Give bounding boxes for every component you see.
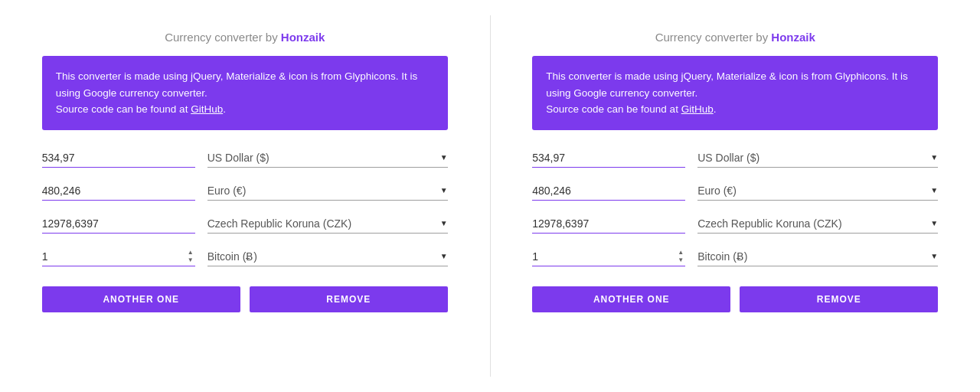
remove-button-right[interactable]: REMOVE: [740, 286, 938, 312]
currency-eur-label-left: Euro (€): [207, 185, 437, 197]
info-line1-left: This converter is made using jQuery, Mat…: [56, 68, 434, 101]
spinner-down-btc-left[interactable]: ▼: [186, 256, 195, 264]
currency-czk-label-right: Czech Republic Koruna (CZK): [697, 217, 927, 230]
amount-usd-wrap-right: [532, 149, 685, 168]
amount-eur-left[interactable]: [42, 181, 195, 201]
amount-btc-right[interactable]: [532, 247, 673, 266]
dropdown-arrow-usd-left: ▼: [440, 153, 448, 162]
currency-czk-right[interactable]: Czech Republic Koruna (CZK) ▼: [697, 214, 938, 234]
dropdown-arrow-czk-right: ▼: [930, 219, 938, 227]
currency-czk-left[interactable]: Czech Republic Koruna (CZK) ▼: [207, 214, 448, 234]
spinner-up-btc-left[interactable]: ▲: [186, 249, 195, 256]
amount-czk-left[interactable]: [42, 214, 195, 234]
remove-button-left[interactable]: REMOVE: [250, 286, 448, 312]
currency-czk-label-left: Czech Republic Koruna (CZK): [207, 217, 437, 230]
amount-btc-left[interactable]: [42, 247, 183, 266]
spinner-btc-right: ▲ ▼: [676, 249, 685, 264]
spinner-down-btc-right[interactable]: ▼: [676, 256, 685, 264]
brand-right: Honzaik: [771, 31, 815, 44]
currency-usd-label-right: US Dollar ($): [697, 152, 927, 164]
header-right: Currency converter by Honzaik: [514, 31, 958, 44]
row-usd-right: US Dollar ($) ▼: [532, 149, 938, 168]
header-prefix-left: Currency converter by: [165, 31, 281, 44]
amount-eur-wrap-right: [532, 181, 685, 201]
converter-panel-left: Currency converter by Honzaik This conve…: [0, 15, 490, 377]
info-box-left: This converter is made using jQuery, Mat…: [42, 56, 448, 130]
header-left: Currency converter by Honzaik: [23, 31, 467, 44]
currency-btc-right[interactable]: Bitcoin (Ƀ) ▼: [697, 247, 938, 266]
another-one-button-right[interactable]: ANOTHER ONE: [532, 286, 730, 312]
brand-left: Honzaik: [281, 31, 325, 44]
another-one-button-left[interactable]: ANOTHER ONE: [42, 286, 240, 312]
amount-eur-right[interactable]: [532, 181, 685, 201]
amount-usd-right[interactable]: [532, 149, 685, 168]
amount-usd-wrap-left: [42, 149, 195, 168]
currency-eur-label-right: Euro (€): [697, 185, 927, 197]
dropdown-arrow-btc-right: ▼: [930, 252, 938, 260]
currency-usd-label-left: US Dollar ($): [207, 152, 437, 164]
amount-eur-wrap-left: [42, 181, 195, 201]
buttons-right: ANOTHER ONE REMOVE: [532, 286, 938, 312]
github-link-left[interactable]: GitHub: [191, 103, 223, 115]
amount-btc-wrap-right: ▲ ▼: [532, 247, 685, 266]
amount-czk-right[interactable]: [532, 214, 685, 234]
dropdown-arrow-eur-left: ▼: [440, 186, 448, 194]
amount-btc-wrap-left: ▲ ▼: [42, 247, 195, 266]
row-eur-left: Euro (€) ▼: [42, 181, 448, 201]
currency-btc-label-left: Bitcoin (Ƀ): [207, 250, 437, 263]
info-box-right: This converter is made using jQuery, Mat…: [532, 56, 938, 130]
amount-usd-left[interactable]: [42, 149, 195, 168]
info-line2-right: Source code can be found at GitHub.: [546, 101, 924, 118]
converter-panel-right: Currency converter by Honzaik This conve…: [491, 15, 981, 377]
row-btc-left: ▲ ▼ Bitcoin (Ƀ) ▼: [42, 247, 448, 266]
row-btc-right: ▲ ▼ Bitcoin (Ƀ) ▼: [532, 247, 938, 266]
spinner-btc-left: ▲ ▼: [186, 249, 195, 264]
dropdown-arrow-eur-right: ▼: [930, 186, 938, 194]
fields-right: US Dollar ($) ▼ Euro (€) ▼: [532, 149, 938, 280]
dropdown-arrow-usd-right: ▼: [930, 153, 938, 162]
spinner-up-btc-right[interactable]: ▲: [676, 249, 685, 256]
currency-usd-right[interactable]: US Dollar ($) ▼: [697, 149, 938, 168]
page-wrapper: Currency converter by Honzaik This conve…: [0, 0, 980, 392]
currency-usd-left[interactable]: US Dollar ($) ▼: [207, 149, 448, 168]
amount-czk-wrap-left: [42, 214, 195, 234]
fields-left: US Dollar ($) ▼ Euro (€) ▼: [42, 149, 448, 280]
currency-eur-right[interactable]: Euro (€) ▼: [697, 181, 938, 201]
row-usd-left: US Dollar ($) ▼: [42, 149, 448, 168]
dropdown-arrow-btc-left: ▼: [440, 252, 448, 260]
header-prefix-right: Currency converter by: [655, 31, 772, 44]
buttons-left: ANOTHER ONE REMOVE: [42, 286, 448, 312]
currency-eur-left[interactable]: Euro (€) ▼: [207, 181, 448, 201]
currency-btc-left[interactable]: Bitcoin (Ƀ) ▼: [207, 247, 448, 266]
info-line2-left: Source code can be found at GitHub.: [56, 101, 434, 118]
currency-btc-label-right: Bitcoin (Ƀ): [697, 250, 927, 263]
amount-czk-wrap-right: [532, 214, 685, 234]
info-line1-right: This converter is made using jQuery, Mat…: [546, 68, 924, 101]
row-eur-right: Euro (€) ▼: [532, 181, 938, 201]
github-link-right[interactable]: GitHub: [681, 103, 714, 115]
dropdown-arrow-czk-left: ▼: [440, 219, 448, 227]
row-czk-right: Czech Republic Koruna (CZK) ▼: [532, 214, 938, 234]
row-czk-left: Czech Republic Koruna (CZK) ▼: [42, 214, 448, 234]
